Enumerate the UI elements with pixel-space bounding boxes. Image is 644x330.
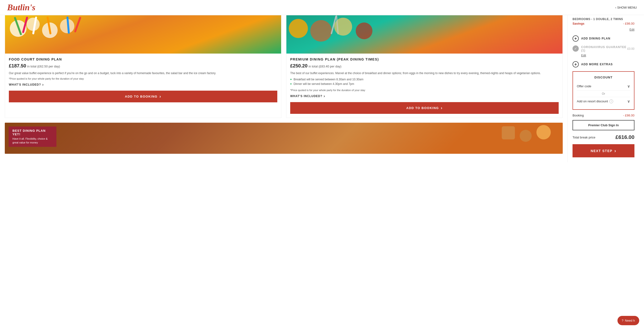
total-price: £616.00 xyxy=(615,134,634,140)
coronavirus-label: CORONAVIRUS GUARANTEE (1) xyxy=(581,46,627,52)
add-extras-icon: + xyxy=(572,61,579,68)
food-court-price-main: £187.50 xyxy=(9,63,26,68)
food-court-image xyxy=(5,15,281,54)
add-dining-icon: + xyxy=(572,36,579,42)
food-court-price: £187.50 in total (£62.50 per day) xyxy=(9,63,277,69)
coronavirus-label-group: CORONAVIRUS GUARANTEE (1) £0.00 xyxy=(581,46,634,52)
food-court-title: FOOD COURT DINING PLAN xyxy=(9,58,277,61)
food-court-price-detail: in total (£62.50 per day) xyxy=(27,64,60,68)
dining-cards-row: FOOD COURT DINING PLAN £187.50 in total … xyxy=(5,15,563,118)
booking-row: Booking - £98.00 xyxy=(572,114,634,117)
booking-savings: - £98.00 xyxy=(623,114,634,117)
sidebar: BEDROOMS - 1 DOUBLE, 2 TWINS Savings - £… xyxy=(568,15,639,162)
savings-label: Savings xyxy=(572,22,584,25)
content-area: FOOD COURT DINING PLAN £187.50 in total … xyxy=(0,15,568,162)
discount-box: DISCOUNT Offer code ∨ Or Add on resort d… xyxy=(572,71,634,110)
premium-add-to-booking-button[interactable]: ADD TO BOOKING xyxy=(290,102,559,114)
resort-discount-chevron-icon: ∨ xyxy=(627,99,630,104)
coronavirus-price: £0.00 xyxy=(627,47,634,50)
savings-amount: - £98.00 xyxy=(623,22,634,25)
premium-whats-included[interactable]: WHAT'S INCLUDED? xyxy=(290,94,559,98)
premium-card-body: PREMIUM DINING PLAN (PEAK DINING TIMES) … xyxy=(286,54,562,118)
premium-bullets: Breakfast will be served between 8.30am … xyxy=(290,77,559,86)
premium-note: *Price quoted is for your whole party fo… xyxy=(290,89,559,92)
food-court-description: Our great value buffet experience is per… xyxy=(9,71,277,75)
add-dining-label: ADD DINING PLAN xyxy=(581,37,610,40)
edit-link[interactable]: Edit xyxy=(630,28,634,31)
total-row: Total break price £616.00 xyxy=(572,134,634,140)
total-label: Total break price xyxy=(572,136,595,139)
booking-label: Booking xyxy=(572,114,584,117)
add-dining-plan-row[interactable]: + ADD DINING PLAN xyxy=(572,36,634,42)
food-court-note: *Price quoted is for your whole party fo… xyxy=(9,77,277,80)
best-dining-badge-title: BEST DINING PLAN YET! xyxy=(12,129,52,136)
best-dining-badge-sub: Have it all. Flexibility, choice & great… xyxy=(12,137,52,144)
offer-code-chevron-icon: ∨ xyxy=(627,84,630,88)
best-dining-badge: BEST DINING PLAN YET! Have it all. Flexi… xyxy=(8,126,56,147)
header: Butlin's ‹ SHOW MENU xyxy=(0,0,644,15)
add-extras-row[interactable]: + ADD MORE EXTRAS xyxy=(572,61,634,68)
resort-discount-row[interactable]: Add on resort discount i ∨ xyxy=(577,97,630,106)
food-court-add-to-booking-button[interactable]: ADD TO BOOKING xyxy=(9,91,277,102)
food-court-whats-included[interactable]: WHAT'S INCLUDED? xyxy=(9,82,277,87)
info-icon[interactable]: i xyxy=(609,100,613,103)
offer-code-row[interactable]: Offer code ∨ xyxy=(577,82,630,91)
coronavirus-edit-section: Edit xyxy=(581,53,634,58)
sidebar-edit-section: Edit xyxy=(572,27,634,32)
resort-discount-label: Add on resort discount xyxy=(577,100,608,103)
coronavirus-edit-link[interactable]: Edit xyxy=(581,54,586,57)
premium-dining-image xyxy=(286,15,562,54)
sidebar-savings-row: Savings - £98.00 xyxy=(572,22,634,25)
bullet-1: Breakfast will be served between 8.30am … xyxy=(290,77,559,82)
premium-description: The best of our buffet experiences. Marv… xyxy=(290,71,559,75)
food-court-card: FOOD COURT DINING PLAN £187.50 in total … xyxy=(5,15,281,118)
sidebar-room-info: BEDROOMS - 1 DOUBLE, 2 TWINS xyxy=(572,18,634,21)
discount-or: Or xyxy=(577,91,630,97)
premier-club-sign-in-button[interactable]: Premier Club Sign In xyxy=(572,120,634,130)
discount-title: DISCOUNT xyxy=(577,76,630,79)
best-dining-background xyxy=(5,123,563,154)
best-dining-card: BEST DINING PLAN YET! Have it all. Flexi… xyxy=(5,123,563,154)
bullet-2: Dinner will be served between 4.30pm and… xyxy=(290,82,559,86)
resort-label-group: Add on resort discount i xyxy=(577,100,613,103)
food-court-card-body: FOOD COURT DINING PLAN £187.50 in total … xyxy=(5,54,281,106)
premium-dining-card: PREMIUM DINING PLAN (PEAK DINING TIMES) … xyxy=(286,15,563,118)
premium-price: £250.20 in total (£83.40 per day) xyxy=(290,63,559,69)
premium-title: PREMIUM DINING PLAN (PEAK DINING TIMES) xyxy=(290,58,559,61)
premium-price-main: £250.20 xyxy=(290,63,308,68)
add-extras-label: ADD MORE EXTRAS xyxy=(581,63,613,66)
check-icon: ✓ xyxy=(572,46,579,52)
premium-price-detail: in total (£83.40 per day) xyxy=(308,64,341,68)
logo: Butlin's xyxy=(7,2,36,12)
show-menu-button[interactable]: ‹ SHOW MENU xyxy=(615,6,637,9)
next-step-button[interactable]: NEXT STEP xyxy=(572,144,634,157)
main-layout: FOOD COURT DINING PLAN £187.50 in total … xyxy=(0,15,644,162)
offer-code-label: Offer code xyxy=(577,84,591,88)
coronavirus-row: ✓ CORONAVIRUS GUARANTEE (1) £0.00 xyxy=(572,46,634,52)
